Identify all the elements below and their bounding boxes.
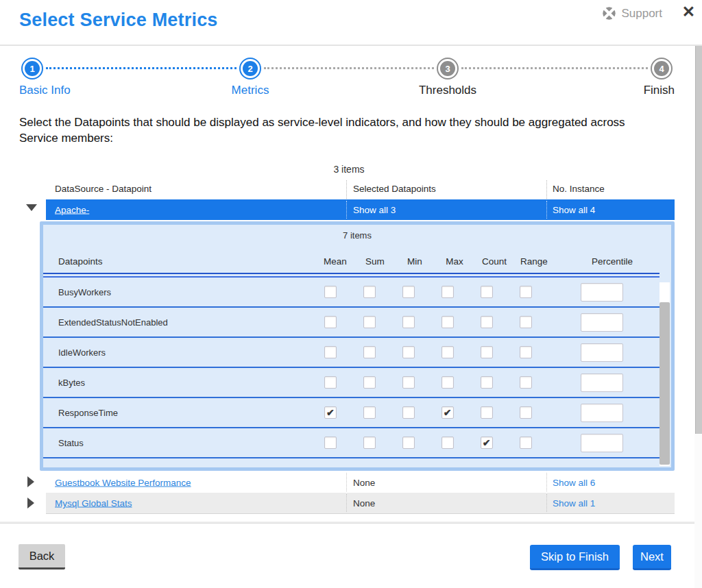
header-divider <box>0 45 702 46</box>
checkbox-count[interactable]: ✔ <box>481 437 493 449</box>
next-button[interactable]: Next <box>633 545 671 570</box>
checkbox-mean[interactable] <box>324 286 337 298</box>
checkbox-min[interactable] <box>402 316 415 328</box>
checkbox-max[interactable] <box>441 286 454 298</box>
subtable-header-row: Datapoints Mean Sum Min Max Count Range … <box>43 249 671 273</box>
no-instance-mysql[interactable]: Show all 1 <box>553 498 595 509</box>
percentile-input[interactable] <box>581 343 623 362</box>
support-button[interactable]: Support <box>602 6 662 21</box>
subtable-row: ExtendedStatusNotEnabled <box>43 308 659 338</box>
checkbox-mean[interactable] <box>324 316 337 328</box>
column-header-no-instance: No. Instance <box>553 184 605 194</box>
checkbox-count[interactable] <box>481 286 493 298</box>
checkbox-max[interactable]: ✔ <box>441 406 454 419</box>
vertical-scrollbar-track[interactable] <box>694 46 702 588</box>
expand-caret-apache[interactable] <box>26 204 37 211</box>
step-3-number: 3 <box>440 61 455 76</box>
datapoint-name: BusyWorkers <box>43 287 311 297</box>
checkbox-mean[interactable] <box>324 346 337 358</box>
subtable-row: IdleWorkers <box>43 338 659 368</box>
checkbox-sum[interactable] <box>363 376 376 389</box>
subtable-scrollbar-thumb[interactable] <box>659 302 670 465</box>
datasource-link-mysql[interactable]: Mysql Global Stats <box>55 498 132 509</box>
checkbox-min[interactable] <box>402 437 415 449</box>
checkbox-min[interactable] <box>402 286 415 298</box>
datasource-link-guestbook[interactable]: Guestbook Website Performance <box>55 477 191 487</box>
subtable-header-max: Max <box>435 256 474 267</box>
no-instance-apache[interactable]: Show all 4 <box>553 205 595 215</box>
selected-datapoints-apache[interactable]: Show all 3 <box>353 205 396 215</box>
step-label-metrics[interactable]: Metrics <box>209 84 291 97</box>
checkbox-count[interactable] <box>481 376 493 389</box>
step-connector-3 <box>461 67 648 69</box>
percentile-input[interactable] <box>581 373 623 392</box>
datapoint-name: ExtendedStatusNotEnabled <box>43 317 311 328</box>
checkbox-mean[interactable] <box>324 437 337 449</box>
instructions-text: Select the Datapoints that should be dis… <box>19 115 664 147</box>
skip-to-finish-button[interactable]: Skip to Finish <box>530 545 620 570</box>
footer-divider <box>0 522 702 524</box>
checkbox-range[interactable] <box>520 286 532 298</box>
subtable-body: BusyWorkersExtendedStatusNotEnabledIdleW… <box>43 278 671 458</box>
checkbox-range[interactable] <box>520 376 532 389</box>
table-row-guestbook[interactable]: Guestbook Website Performance None Show … <box>46 471 675 493</box>
column-separator <box>546 473 547 491</box>
checkbox-max[interactable] <box>441 437 454 449</box>
subtable-items-count: 7 items <box>43 230 671 241</box>
percentile-input[interactable] <box>581 283 623 302</box>
checkbox-max[interactable] <box>441 376 454 389</box>
expand-caret-guestbook[interactable] <box>27 476 34 487</box>
support-label: Support <box>621 7 662 21</box>
checkbox-max[interactable] <box>441 346 454 358</box>
checkbox-count[interactable] <box>481 406 493 419</box>
step-3-circle[interactable]: 3 <box>437 58 459 79</box>
checkbox-sum[interactable] <box>363 437 376 449</box>
step-label-thresholds[interactable]: Thresholds <box>407 84 489 97</box>
checkbox-range[interactable] <box>520 437 532 449</box>
subtable-scrollbar-track[interactable] <box>659 282 670 466</box>
checkbox-range[interactable] <box>520 346 532 358</box>
table-row-mysql[interactable]: Mysql Global Stats None Show all 1 <box>46 493 675 514</box>
checkbox-range[interactable] <box>520 316 532 328</box>
checkbox-sum[interactable] <box>363 286 376 298</box>
checkbox-range[interactable] <box>520 406 532 419</box>
step-1-number: 1 <box>25 61 40 76</box>
step-connector-2 <box>264 67 434 69</box>
checkbox-min[interactable] <box>402 346 415 358</box>
no-instance-guestbook[interactable]: Show all 6 <box>553 477 595 487</box>
table-items-count: 3 items <box>19 164 679 175</box>
back-button[interactable]: Back <box>19 544 65 569</box>
column-header-datasource: DataSource - Datapoint <box>55 184 152 194</box>
checkbox-count[interactable] <box>481 316 493 328</box>
percentile-input[interactable] <box>581 404 623 422</box>
datapoint-name: ResponseTime <box>43 408 311 418</box>
percentile-input[interactable] <box>581 313 623 332</box>
checkbox-count[interactable] <box>481 346 493 358</box>
subtable-row: kBytes <box>43 368 659 398</box>
checkbox-sum[interactable] <box>363 346 376 358</box>
subtable-header-min: Min <box>395 256 435 267</box>
step-1-circle[interactable]: 1 <box>21 58 43 79</box>
step-label-finish[interactable]: Finish <box>606 84 675 97</box>
checkbox-max[interactable] <box>441 316 454 328</box>
vertical-scrollbar-thumb[interactable] <box>695 46 702 434</box>
percentile-input[interactable] <box>581 434 623 452</box>
checkbox-mean[interactable] <box>324 376 337 389</box>
checkbox-mean[interactable]: ✔ <box>324 406 337 419</box>
datasource-link-apache[interactable]: Apache- <box>55 205 89 215</box>
step-4-circle[interactable]: 4 <box>651 58 673 79</box>
subtable-header-count: Count <box>474 256 514 267</box>
close-icon[interactable]: ✕ <box>682 4 695 20</box>
checkbox-min[interactable] <box>402 376 415 389</box>
checkbox-sum[interactable] <box>363 406 376 419</box>
selected-datapoints-mysql: None <box>353 498 375 509</box>
expand-caret-mysql[interactable] <box>27 498 34 509</box>
subtable-header-datapoints: Datapoints <box>43 256 315 267</box>
step-2-circle[interactable]: 2 <box>239 58 261 79</box>
checkbox-min[interactable] <box>402 406 415 419</box>
table-row-apache[interactable]: Apache- Show all 3 Show all 4 <box>46 199 675 220</box>
checkbox-sum[interactable] <box>363 316 376 328</box>
column-separator <box>346 494 347 512</box>
subtable-header-divider <box>43 273 659 278</box>
step-label-basic-info[interactable]: Basic Info <box>19 84 71 97</box>
